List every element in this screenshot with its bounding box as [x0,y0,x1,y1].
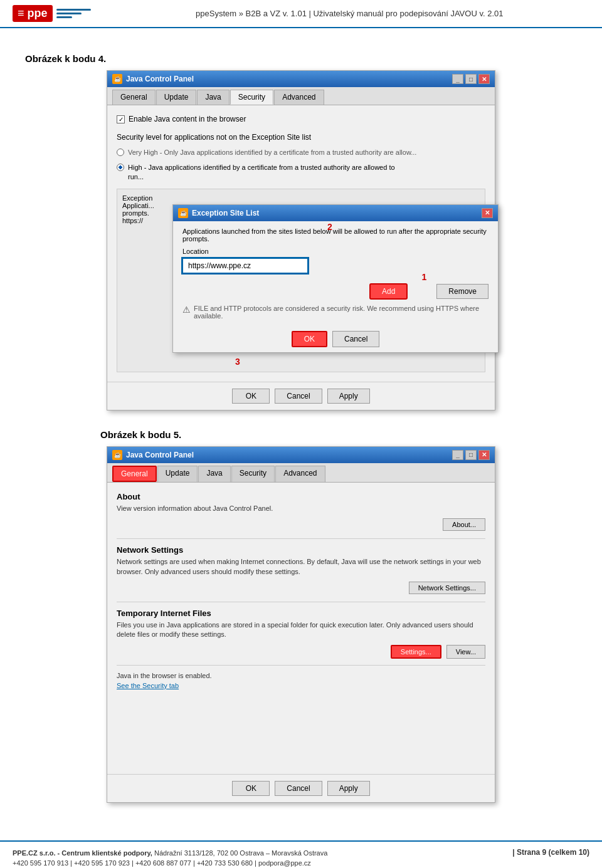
view-btn[interactable]: View... [446,645,485,659]
network-btn-row: Network Settings... [117,582,485,594]
network-title: Network Settings [117,545,485,555]
divider-2 [117,602,485,602]
minimize-btn-2[interactable]: _ [452,450,463,460]
inner-dialog-title: Exception Site List [192,209,259,217]
about-text: View version information about Java Cont… [117,504,485,513]
apply-btn-2[interactable]: Apply [327,781,370,796]
content-1: ✓ Enable Java content in the browser Sec… [107,105,495,382]
spacer-area [117,689,485,765]
radio-high-text: High - Java applications identified by a… [128,163,395,181]
titlebar-left: ☕ Java Control Panel [112,74,194,84]
header: ≡ ppe ppeSystem » B2B a VZ v. 1.01 | Uži… [0,0,602,28]
security-level-title: Security level for applications not on t… [117,133,485,142]
radio-very-high-btn[interactable] [117,149,124,156]
tab-general[interactable]: General [112,90,156,105]
tab-java[interactable]: Java [197,90,229,105]
apply-btn-1[interactable]: Apply [327,389,370,404]
number-2-badge: 2 [327,222,332,232]
tab2-java[interactable]: Java [198,466,230,482]
footer-page-text: | Strana 9 (celkem 10) [512,848,589,857]
java-control-panel-dialog-2: ☕ Java Control Panel _ □ ✕ General Updat… [107,446,495,803]
radio-high: High - Java applications identified by a… [117,162,485,182]
inner-content: Applications launched from the sites lis… [173,221,498,326]
tab2-update[interactable]: Update [157,466,198,482]
security-tab-link[interactable]: See the Security tab [117,682,485,689]
dialog2-buttons: OK Cancel Apply [107,774,495,802]
inner-titlebar-left: ☕ Exception Site List [178,208,259,218]
tab-update[interactable]: Update [156,90,197,105]
radio-very-high-text: Very High - Only Java applications ident… [128,148,416,157]
win-controls-2[interactable]: _ □ ✕ [452,450,490,460]
tab2-security[interactable]: Security [231,466,275,482]
network-settings-btn[interactable]: Network Settings... [409,582,485,594]
location-input[interactable]: https://www.ppe.cz [182,258,308,273]
tabs-1: General Update Java Security Advanced [107,87,495,105]
inner-java-icon: ☕ [178,208,188,218]
java-control-panel-dialog-1: ☕ Java Control Panel _ □ ✕ General Updat… [107,70,495,410]
close-btn-2[interactable]: ✕ [478,450,490,460]
file-warning-text: FILE and HTTP protocols are considered a… [194,305,488,320]
tabs-2: General Update Java Security Advanced [107,463,495,483]
temp-files-section: Temporary Internet Files Files you use i… [117,609,485,659]
add-btn[interactable]: Add [369,283,408,300]
inner-close-btn[interactable]: ✕ [482,208,493,218]
location-label: Location [182,248,488,255]
exception-area: Exception Applicati... prompts. https:// [117,189,485,372]
footer: PPE.CZ s.r.o. - Centrum klientské podpor… [0,840,602,868]
dialog1-buttons: OK Cancel Apply [107,382,495,410]
divider-3 [117,665,485,666]
file-warning: ⚠ FILE and HTTP protocols are considered… [182,305,488,320]
exception-site-dialog: ☕ Exception Site List ✕ Applications lau… [172,204,499,353]
tab-advanced[interactable]: Advanced [274,90,324,105]
inner-ok-btn[interactable]: OK [292,331,327,347]
logo-text: ppe [28,7,48,19]
remove-btn[interactable]: Remove [436,284,488,299]
footer-page: | Strana 9 (celkem 10) [512,848,589,857]
inner-cancel-btn[interactable]: Cancel [332,331,379,347]
cancel-btn-2[interactable]: Cancel [275,781,322,796]
ok-btn-2[interactable]: OK [232,781,270,796]
location-container: https://www.ppe.cz [182,258,308,278]
inner-titlebar: ☕ Exception Site List ✕ [173,205,498,221]
figure5-label: Obrázek k bodu 5. [100,429,502,440]
add-remove-row: 1 Add Remove [182,283,488,300]
about-title: About [117,492,485,501]
exception-site-list-overlay: ☕ Exception Site List ✕ Applications lau… [172,204,480,367]
close-btn[interactable]: ✕ [478,74,490,84]
tab2-advanced[interactable]: Advanced [275,466,325,482]
tab-security[interactable]: Security [230,90,273,105]
general-content: About View version information about Jav… [107,483,495,774]
header-title: ppeSystem » B2B a VZ v. 1.01 | Uživatels… [110,9,589,18]
minimize-btn[interactable]: _ [452,74,463,84]
dialog-title-1: Java Control Panel [126,75,194,83]
radio-high-btn[interactable] [117,164,124,171]
cancel-btn-1[interactable]: Cancel [275,389,322,404]
titlebar-1: ☕ Java Control Panel _ □ ✕ [107,71,495,87]
java-browser-text: Java in the browser is enabled. [117,672,485,679]
maximize-btn[interactable]: □ [465,74,477,84]
number-3-badge: 3 [235,357,240,367]
radio-very-high: Very High - Only Java applications ident… [117,147,485,158]
settings-btn[interactable]: Settings... [391,645,441,659]
add-btn-container: 1 Add [369,283,408,300]
logo: ≡ ppe [13,5,91,22]
settings-view-row: Settings... View... [117,645,485,659]
warning-icon: ⚠ [182,305,191,315]
about-section: About View version information about Jav… [117,492,485,531]
ok-btn-1[interactable]: OK [232,389,270,404]
divider-1 [117,538,485,539]
inner-win-controls[interactable]: ✕ [482,208,493,218]
about-btn-row: About... [117,518,485,531]
enable-java-checkbox[interactable]: ✓ [117,115,125,123]
footer-left: PPE.CZ s.r.o. - Centrum klientské podpor… [13,848,327,868]
win-controls-1[interactable]: _ □ ✕ [452,74,490,84]
about-btn[interactable]: About... [443,518,485,531]
maximize-btn-2[interactable]: □ [465,450,477,460]
inner-dialog-text: Applications launched from the sites lis… [182,227,488,243]
figure4-label: Obrázek k bodu 4. [25,53,577,64]
inner-buttons: OK Cancel [173,326,498,352]
tab2-general[interactable]: General [112,466,157,482]
java-icon: ☕ [112,74,122,84]
network-text: Network settings are used when making In… [117,557,485,577]
titlebar2-left: ☕ Java Control Panel [112,450,194,460]
